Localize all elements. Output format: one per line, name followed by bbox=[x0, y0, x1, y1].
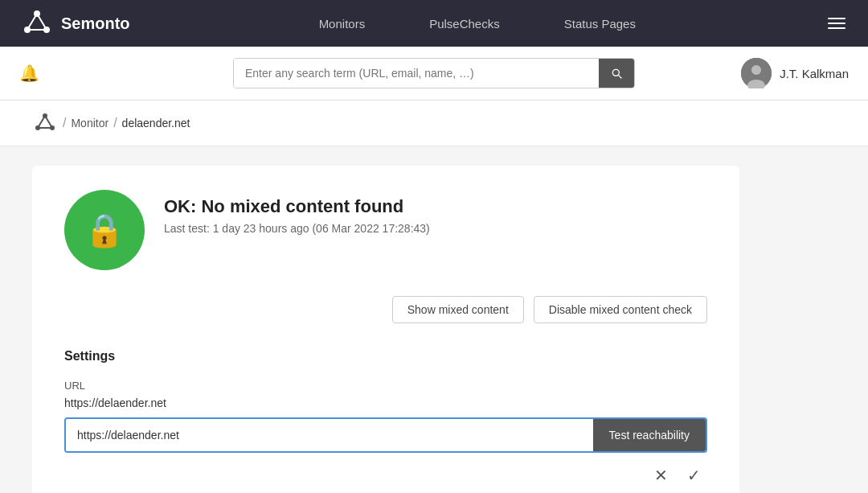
breadcrumb-monitor[interactable]: Monitor bbox=[71, 117, 108, 129]
logo-icon bbox=[19, 6, 55, 41]
bell-icon[interactable]: 🔔 bbox=[19, 64, 39, 83]
search-wrapper bbox=[233, 58, 635, 88]
logo[interactable]: Semonto bbox=[19, 6, 130, 41]
navbar: Semonto Monitors PulseChecks Status Page… bbox=[0, 0, 868, 47]
disable-mixed-content-button[interactable]: Disable mixed content check bbox=[534, 296, 707, 323]
status-text-block: OK: No mixed content found Last test: 1 … bbox=[164, 190, 430, 235]
search-button[interactable] bbox=[599, 59, 634, 88]
breadcrumb-current: delaender.net bbox=[122, 117, 190, 129]
url-input[interactable] bbox=[66, 419, 593, 451]
user-info: J.T. Kalkman bbox=[741, 58, 849, 88]
bottom-actions: ✕ ✓ bbox=[64, 462, 707, 488]
settings-section: Settings URL https://delaender.net Test … bbox=[64, 349, 707, 488]
avatar-image bbox=[741, 58, 772, 88]
hamburger-line-1 bbox=[828, 18, 845, 19]
test-reachability-button[interactable]: Test reachability bbox=[593, 419, 706, 451]
hamburger-line-3 bbox=[828, 27, 845, 29]
hamburger-menu[interactable] bbox=[825, 14, 849, 32]
nav-pulsechecks[interactable]: PulseChecks bbox=[429, 17, 500, 31]
status-icon-circle: 🔒 bbox=[64, 190, 145, 270]
main-card: 🔒 OK: No mixed content found Last test: … bbox=[32, 166, 739, 493]
svg-line-4 bbox=[37, 14, 47, 30]
hamburger-line-2 bbox=[828, 23, 845, 24]
avatar[interactable] bbox=[741, 58, 772, 88]
url-value: https://delaender.net bbox=[64, 396, 707, 409]
url-label: URL bbox=[64, 380, 707, 392]
nav-status-pages[interactable]: Status Pages bbox=[564, 17, 636, 31]
lock-icon: 🔒 bbox=[84, 212, 125, 249]
search-input[interactable] bbox=[234, 59, 599, 88]
nav-monitors[interactable]: Monitors bbox=[319, 17, 366, 31]
breadcrumb-home-icon[interactable] bbox=[32, 110, 58, 136]
confirm-button[interactable]: ✓ bbox=[684, 462, 704, 488]
user-name: J.T. Kalkman bbox=[780, 67, 849, 80]
main-content: 🔒 OK: No mixed content found Last test: … bbox=[0, 146, 868, 493]
status-subtitle: Last test: 1 day 23 hours ago (06 Mar 20… bbox=[164, 222, 430, 235]
settings-title: Settings bbox=[64, 349, 707, 364]
svg-point-7 bbox=[751, 65, 761, 75]
status-section: 🔒 OK: No mixed content found Last test: … bbox=[64, 190, 707, 270]
search-icon bbox=[610, 67, 623, 80]
svg-line-13 bbox=[45, 116, 52, 128]
url-input-row: Test reachability bbox=[64, 417, 707, 453]
nav-links: Monitors PulseChecks Status Pages bbox=[130, 17, 825, 31]
search-bar: 🔔 J.T. Kalkman bbox=[0, 47, 868, 101]
navbar-right bbox=[825, 14, 849, 32]
svg-line-12 bbox=[38, 116, 45, 128]
logo-text: Semonto bbox=[61, 14, 130, 33]
action-buttons: Show mixed content Disable mixed content… bbox=[64, 296, 707, 323]
cancel-button[interactable]: ✕ bbox=[651, 462, 671, 488]
status-title: OK: No mixed content found bbox=[164, 196, 430, 217]
breadcrumb: / Monitor / delaender.net bbox=[0, 101, 868, 146]
svg-line-3 bbox=[27, 14, 37, 30]
show-mixed-content-button[interactable]: Show mixed content bbox=[392, 296, 524, 323]
breadcrumb-sep-1: / bbox=[63, 116, 66, 130]
breadcrumb-sep-2: / bbox=[113, 116, 117, 130]
